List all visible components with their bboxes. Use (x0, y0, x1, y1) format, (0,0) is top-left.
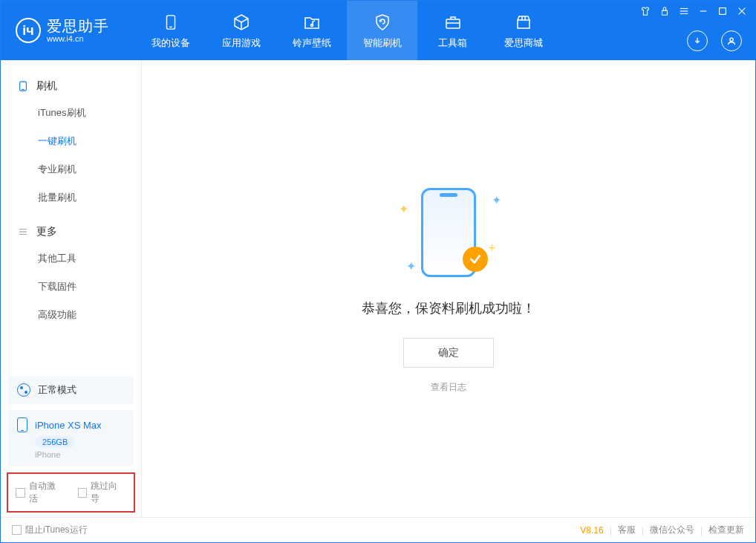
footer-link-support[interactable]: 客服 (618, 524, 636, 536)
mode-icon (17, 383, 30, 397)
checkbox-skip-guide[interactable]: 跳过向导 (78, 480, 127, 505)
nav-tab-my-device[interactable]: 我的设备 (135, 1, 206, 60)
menu-icon[interactable] (678, 5, 690, 17)
lock-icon[interactable] (659, 5, 671, 17)
view-log-link[interactable]: 查看日志 (431, 381, 466, 394)
music-folder-icon (302, 12, 322, 33)
device-storage-badge: 256GB (35, 436, 75, 448)
footer-right: V8.16 | 客服 | 微信公众号 | 检查更新 (580, 524, 744, 536)
sidebar-item-other-tools[interactable]: 其他工具 (1, 244, 141, 273)
svg-rect-3 (446, 19, 460, 28)
shirt-icon[interactable] (639, 5, 651, 17)
device-icon (160, 12, 181, 33)
logo-icon: iч (16, 18, 41, 43)
sidebar-section-more: 更多 (1, 219, 141, 244)
toolbox-icon (443, 12, 463, 33)
app-header: iч 爱思助手 www.i4.cn 我的设备 应用游戏 铃声壁纸 智能刷机 工具… (1, 1, 755, 60)
sidebar-section-flash: 刷机 (1, 74, 141, 99)
device-panel[interactable]: iPhone XS Max 256GB iPhone (8, 410, 134, 466)
checkmark-badge-icon (463, 247, 488, 272)
nav-tab-toolbox[interactable]: 工具箱 (417, 1, 488, 60)
nav-tab-apps-games[interactable]: 应用游戏 (206, 1, 276, 60)
sidebar-item-download-firmware[interactable]: 下载固件 (1, 273, 141, 301)
nav-tab-ringtones[interactable]: 铃声壁纸 (276, 1, 347, 60)
sparkle-icon: ✦ (492, 193, 501, 207)
svg-point-12 (730, 38, 733, 41)
sidebar: 刷机 iTunes刷机 一键刷机 专业刷机 批量刷机 更多 其他工具 下载固件 … (1, 60, 142, 517)
body-area: 刷机 iTunes刷机 一键刷机 专业刷机 批量刷机 更多 其他工具 下载固件 … (1, 60, 755, 517)
sidebar-item-advanced[interactable]: 高级功能 (1, 301, 141, 329)
window-controls-top (639, 5, 748, 17)
header-right-buttons (687, 30, 742, 51)
checkbox-block-itunes[interactable]: 阻止iTunes运行 (12, 524, 88, 536)
main-content: ✦ ✦ ✦ + 恭喜您，保资料刷机成功啦！ 确定 查看日志 (142, 60, 755, 517)
minimize-button[interactable] (697, 5, 709, 17)
nav-tabs: 我的设备 应用游戏 铃声壁纸 智能刷机 工具箱 爱思商城 (135, 1, 558, 60)
version-label: V8.16 (580, 525, 603, 536)
flash-section-icon (17, 80, 29, 92)
sidebar-item-oneclick-flash[interactable]: 一键刷机 (1, 127, 141, 155)
app-title: 爱思助手 (47, 18, 109, 34)
maximize-button[interactable] (717, 5, 729, 17)
sparkle-icon: ✦ (399, 202, 408, 216)
sidebar-item-itunes-flash[interactable]: iTunes刷机 (1, 99, 141, 127)
nav-tab-smart-flash[interactable]: 智能刷机 (347, 1, 417, 60)
close-button[interactable] (736, 5, 748, 17)
footer-link-update[interactable]: 检查更新 (708, 524, 744, 536)
svg-rect-4 (662, 10, 668, 15)
user-button[interactable] (721, 30, 742, 51)
more-section-icon (17, 226, 29, 238)
mode-panel[interactable]: 正常模式 (8, 376, 134, 404)
svg-rect-9 (720, 8, 726, 15)
logo-text: 爱思助手 www.i4.cn (47, 18, 109, 43)
sparkle-icon: + (489, 241, 495, 255)
highlighted-checkbox-row: 自动激活 跳过向导 (7, 472, 135, 513)
device-name: iPhone XS Max (35, 420, 102, 431)
success-illustration: ✦ ✦ ✦ + (385, 184, 512, 281)
download-button[interactable] (687, 30, 708, 51)
checkbox-auto-activate[interactable]: 自动激活 (16, 480, 65, 505)
device-panels: 正常模式 iPhone XS Max 256GB iPhone 自动激活 跳过向… (8, 376, 134, 517)
footer-link-wechat[interactable]: 微信公众号 (650, 524, 694, 536)
ok-button[interactable]: 确定 (403, 338, 494, 368)
sidebar-item-batch-flash[interactable]: 批量刷机 (1, 183, 141, 212)
nav-tab-store[interactable]: 爱思商城 (488, 1, 558, 60)
sparkle-icon: ✦ (406, 259, 416, 273)
success-message: 恭喜您，保资料刷机成功啦！ (362, 299, 535, 317)
store-icon (513, 12, 534, 33)
footer: 阻止iTunes运行 V8.16 | 客服 | 微信公众号 | 检查更新 (1, 517, 755, 542)
device-phone-icon (17, 417, 27, 432)
cube-icon (231, 12, 252, 33)
app-subtitle: www.i4.cn (47, 34, 109, 43)
device-type: iPhone (35, 450, 125, 459)
svg-point-2 (310, 24, 313, 26)
sidebar-item-pro-flash[interactable]: 专业刷机 (1, 155, 141, 183)
shield-refresh-icon (372, 12, 393, 33)
logo-area: iч 爱思助手 www.i4.cn (1, 18, 124, 43)
